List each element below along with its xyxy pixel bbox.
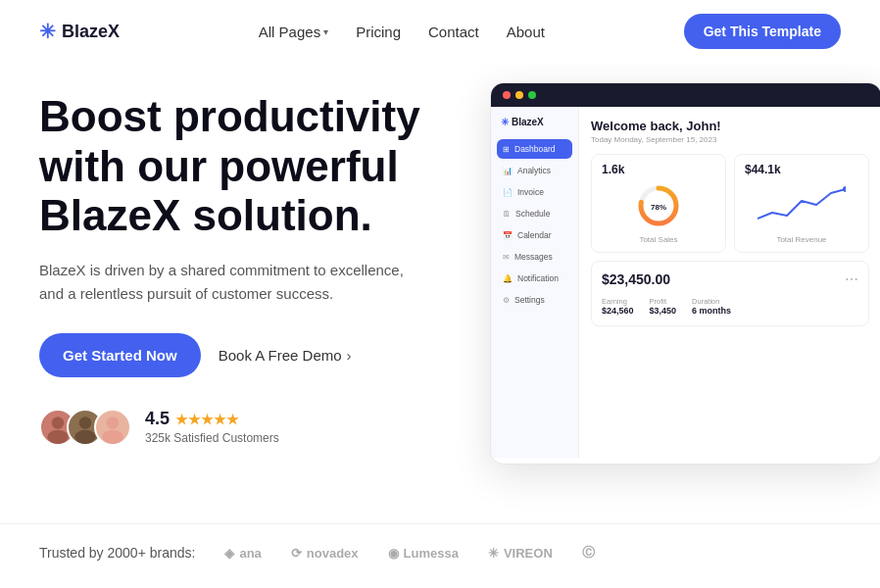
main-nav: All Pages ▾ Pricing Contact About bbox=[259, 24, 545, 40]
svg-point-3 bbox=[74, 429, 95, 443]
sidebar-item-messages[interactable]: ✉ Messages bbox=[497, 247, 572, 267]
sidebar-label: Messages bbox=[514, 252, 553, 262]
svg-point-4 bbox=[107, 416, 120, 429]
brand-icon: ⟳ bbox=[291, 546, 302, 561]
sidebar-item-invoice[interactable]: 📄 Invoice bbox=[497, 182, 572, 202]
brand-logos: ◈ ana ⟳ novadex ◉ Lumessa ✳ VIREON Ⓒ bbox=[224, 544, 594, 562]
close-dot bbox=[503, 91, 511, 99]
nav-all-pages[interactable]: All Pages ▾ bbox=[259, 24, 328, 40]
get-started-button[interactable]: Get Started Now bbox=[39, 333, 201, 377]
sidebar-label: Notification bbox=[517, 273, 559, 283]
total-revenue-card: $44.1k Total Revenue bbox=[734, 154, 869, 253]
brand-icon: Ⓒ bbox=[582, 544, 595, 562]
revenue-value: $44.1k bbox=[745, 163, 858, 176]
brand-icon: ◈ bbox=[224, 546, 234, 561]
logo[interactable]: ✳ BlazeX bbox=[39, 20, 120, 43]
svg-point-1 bbox=[47, 429, 68, 443]
donut-chart: 78% bbox=[602, 180, 715, 231]
rating-text: 325k Satisfied Customers bbox=[145, 431, 279, 445]
total-sales-card: 1.6k bbox=[591, 154, 726, 253]
sidebar-label: Calendar bbox=[517, 230, 552, 240]
sidebar-label: Dashboard bbox=[514, 144, 556, 154]
get-template-button[interactable]: Get This Template bbox=[684, 14, 841, 49]
sidebar-logo-text: BlazeX bbox=[512, 117, 544, 127]
logo-icon: ✳ bbox=[39, 20, 56, 43]
gear-icon: ⚙ bbox=[503, 296, 510, 305]
dashboard-main: Welcome back, John! Today Monday, Septem… bbox=[579, 107, 880, 458]
duration-value: 6 months bbox=[692, 306, 731, 316]
header: ✳ BlazeX All Pages ▾ Pricing Contact Abo… bbox=[0, 0, 880, 63]
profit-stat: Profit $3,450 bbox=[650, 297, 677, 316]
sidebar-label: Schedule bbox=[515, 209, 550, 219]
star-icons: ★★★★★ bbox=[175, 412, 239, 427]
more-options-icon[interactable]: ⋯ bbox=[845, 271, 858, 287]
hero-right: ✳ BlazeX ⊞ Dashboard 📊 Analytics 📄 Invoi… bbox=[490, 82, 880, 523]
earning-value: $24,560 bbox=[602, 306, 634, 316]
sidebar-label: Analytics bbox=[517, 166, 551, 175]
chevron-down-icon: ▾ bbox=[323, 26, 328, 37]
brand-name: VIREON bbox=[504, 546, 553, 561]
invoice-icon: 📄 bbox=[503, 188, 513, 197]
duration-label: Duration bbox=[692, 297, 731, 306]
sales-label: Total Sales bbox=[602, 235, 715, 244]
nav-pricing[interactable]: Pricing bbox=[356, 24, 401, 40]
minimize-dot bbox=[515, 91, 523, 99]
dashboard-mockup: ✳ BlazeX ⊞ Dashboard 📊 Analytics 📄 Invoi… bbox=[490, 82, 880, 465]
line-chart bbox=[745, 180, 858, 231]
logo-text: BlazeX bbox=[62, 22, 120, 42]
brand-name: Lumessa bbox=[404, 546, 459, 561]
duration-stat: Duration 6 months bbox=[692, 297, 731, 316]
revenue-label: Total Revenue bbox=[745, 235, 858, 244]
notification-icon: 🔔 bbox=[503, 274, 513, 283]
big-stat-card: $23,450.00 ⋯ Earning $24,560 Profit $3,4… bbox=[591, 261, 869, 326]
sidebar-item-dashboard[interactable]: ⊞ Dashboard bbox=[497, 139, 572, 159]
nav-contact[interactable]: Contact bbox=[428, 24, 479, 40]
mockup-body: ✳ BlazeX ⊞ Dashboard 📊 Analytics 📄 Invoi… bbox=[491, 107, 880, 458]
fullscreen-dot bbox=[528, 91, 536, 99]
brand-novadex: ⟳ novadex bbox=[291, 546, 359, 561]
sales-value: 1.6k bbox=[602, 163, 715, 176]
sidebar-item-notification[interactable]: 🔔 Notification bbox=[497, 269, 572, 288]
brand-name: novadex bbox=[307, 546, 359, 561]
avatar-group bbox=[39, 409, 131, 446]
earning-label: Earning bbox=[602, 297, 634, 306]
hero-title: Boost productivity with our powerful Bla… bbox=[39, 92, 490, 241]
hero-actions: Get Started Now Book A Free Demo › bbox=[39, 333, 490, 377]
brand-name: ana bbox=[239, 546, 261, 561]
big-stat-details: Earning $24,560 Profit $3,450 Duration 6… bbox=[602, 297, 858, 316]
donut-percent-text: 78% bbox=[651, 203, 666, 212]
date-text: Today Monday, September 15, 2023 bbox=[591, 135, 869, 144]
sidebar-item-settings[interactable]: ⚙ Settings bbox=[497, 290, 572, 310]
mockup-topbar bbox=[491, 83, 880, 107]
sidebar-logo: ✳ BlazeX bbox=[497, 117, 572, 127]
profit-value: $3,450 bbox=[650, 306, 677, 316]
hero-subtitle: BlazeX is driven by a shared commitment … bbox=[39, 259, 412, 306]
rating-info: 4.5 ★★★★★ 325k Satisfied Customers bbox=[145, 409, 279, 445]
welcome-text: Welcome back, John! bbox=[591, 119, 869, 133]
avatar bbox=[94, 409, 131, 446]
dashboard-icon: ⊞ bbox=[503, 145, 510, 154]
analytics-icon: 📊 bbox=[503, 167, 513, 175]
brand-icon: ✳ bbox=[488, 546, 499, 561]
hero-left: Boost productivity with our powerful Bla… bbox=[39, 82, 490, 523]
sidebar-item-analytics[interactable]: 📊 Analytics bbox=[497, 161, 572, 180]
messages-icon: ✉ bbox=[503, 253, 510, 262]
earning-stat: Earning $24,560 bbox=[602, 297, 634, 316]
hero-section: Boost productivity with our powerful Bla… bbox=[0, 63, 880, 523]
rating-number: 4.5 ★★★★★ bbox=[145, 409, 279, 429]
sidebar-logo-icon: ✳ bbox=[501, 117, 509, 127]
book-demo-link[interactable]: Book A Free Demo › bbox=[219, 347, 352, 364]
brand-icon: ◉ bbox=[388, 546, 399, 561]
sidebar-label: Settings bbox=[514, 295, 545, 305]
nav-about[interactable]: About bbox=[507, 24, 545, 40]
sidebar-item-calendar[interactable]: 📅 Calendar bbox=[497, 225, 572, 245]
sidebar-label: Invoice bbox=[517, 187, 544, 197]
svg-point-2 bbox=[79, 416, 92, 429]
sidebar-item-schedule[interactable]: 🗓 Schedule bbox=[497, 204, 572, 223]
brand-ana: ◈ ana bbox=[224, 546, 261, 561]
brand-lumessa: ◉ Lumessa bbox=[388, 546, 459, 561]
svg-point-0 bbox=[52, 416, 65, 429]
brand-vireon: ✳ VIREON bbox=[488, 546, 553, 561]
svg-point-8 bbox=[843, 186, 846, 192]
schedule-icon: 🗓 bbox=[503, 210, 511, 219]
